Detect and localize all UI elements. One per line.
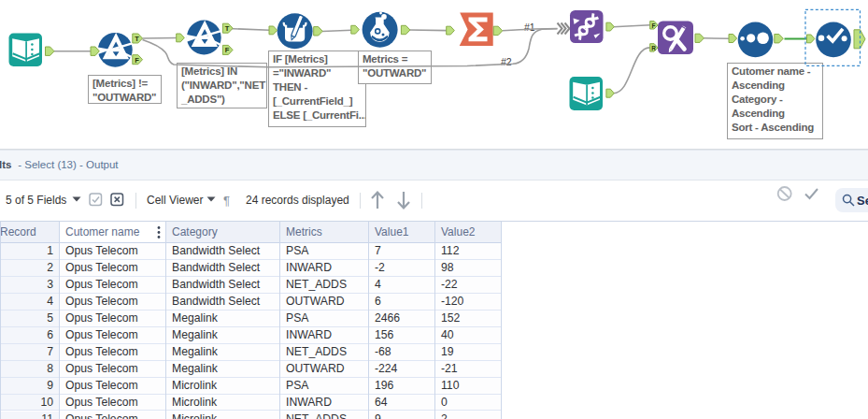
svg-text:T: T bbox=[135, 35, 139, 43]
svg-text:R: R bbox=[651, 45, 656, 51]
svg-text:F: F bbox=[652, 22, 656, 29]
svg-text:F: F bbox=[225, 46, 230, 54]
svg-text:T: T bbox=[225, 24, 230, 33]
svg-text:F: F bbox=[135, 56, 139, 65]
